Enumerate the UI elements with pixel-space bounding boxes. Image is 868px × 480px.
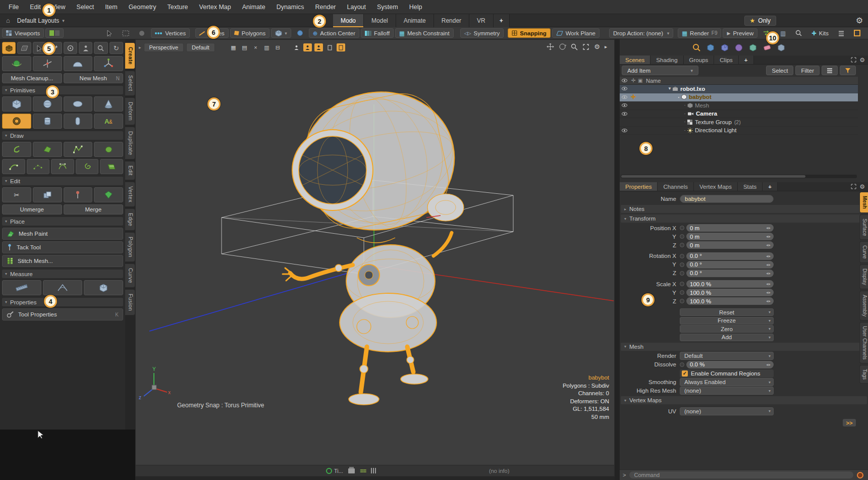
dissolve-field[interactable]: 0.0 %◂▸: [686, 361, 774, 368]
copy-tool-button[interactable]: [33, 187, 62, 202]
menu-select[interactable]: Select: [71, 4, 100, 11]
tree-row-texture-group[interactable]: · Texture Group (2): [620, 118, 858, 127]
show-selected-icon[interactable]: [303, 43, 312, 51]
tree-row-camera[interactable]: · Camera: [620, 110, 858, 119]
mesh-constraint-button[interactable]: ▦ Mesh Constraint: [395, 28, 454, 38]
mesh-cleanup-button[interactable]: Mesh Cleanup...: [2, 73, 62, 83]
expand-panel-icon[interactable]: [851, 57, 856, 63]
tree-row-directional-light[interactable]: · Directional Light: [620, 127, 858, 135]
panel-divider[interactable]: [615, 39, 620, 480]
angle-tool-button[interactable]: [43, 280, 82, 295]
tack-pin-tool-button[interactable]: [64, 187, 93, 202]
edit-section-header[interactable]: ▾Edit: [2, 177, 123, 185]
primitive-tool-active-button[interactable]: [2, 42, 16, 54]
lasso-select-tool[interactable]: [118, 28, 133, 38]
tab-assembly-vertical[interactable]: Assembly: [859, 291, 868, 321]
patch-curve-tool-button[interactable]: [100, 159, 123, 174]
env-preset-icon[interactable]: [748, 43, 757, 52]
dimension-tool-button[interactable]: [84, 280, 123, 295]
tab-edit[interactable]: Edit: [125, 161, 135, 180]
zoom-icon[interactable]: [571, 43, 578, 50]
add-properties-tab-button[interactable]: +: [763, 182, 778, 191]
preview-button[interactable]: ▶ Preview: [723, 28, 757, 38]
polyline-tool-button[interactable]: [64, 142, 93, 157]
tab-user-channels-vertical[interactable]: User Channels: [859, 322, 868, 363]
sphere-primitive-button[interactable]: [33, 96, 62, 112]
macro-record-icon[interactable]: [857, 472, 863, 478]
menu-system[interactable]: System: [371, 4, 404, 11]
draw-section-header[interactable]: ▾Draw: [2, 131, 123, 140]
ellipsoid-primitive-button[interactable]: [64, 96, 93, 112]
tab-display-vertical[interactable]: Display: [859, 264, 868, 289]
tab-create[interactable]: Create: [125, 42, 135, 69]
uv-dropdown[interactable]: (none)▾: [680, 407, 774, 415]
action-center-button[interactable]: ⊕ Action Center: [309, 28, 359, 38]
tab-channels[interactable]: Channels: [658, 182, 694, 191]
tab-curve-vertical[interactable]: Curve: [859, 241, 868, 263]
position-z-field[interactable]: 0 m◂▸: [686, 241, 774, 249]
tab-tags-vertical[interactable]: Tags: [859, 365, 868, 384]
channel-knob[interactable]: [680, 226, 684, 230]
rotation-y-field[interactable]: 0.0 °◂▸: [686, 261, 774, 269]
curve-tool-button[interactable]: [2, 159, 25, 174]
tree-row-mesh[interactable]: · Mesh: [620, 101, 858, 110]
channel-knob[interactable]: [680, 290, 684, 295]
maximize-icon[interactable]: [582, 43, 589, 50]
tab-shading[interactable]: Shading: [650, 56, 683, 64]
workplane-tool-button[interactable]: [17, 42, 31, 54]
falloff-button[interactable]: Falloff: [361, 28, 394, 38]
enable-command-regions-row[interactable]: ✓ Enable Command Regions: [680, 369, 774, 378]
list-filter-funnel-button[interactable]: [840, 66, 856, 75]
new-mesh-button[interactable]: New MeshN: [64, 73, 124, 83]
menu-animate[interactable]: Animate: [237, 4, 271, 11]
zero-button[interactable]: Zero▾: [680, 325, 774, 333]
tab-groups[interactable]: Groups: [684, 56, 715, 64]
scale-z-field[interactable]: 100.0 %◂▸: [686, 297, 774, 305]
only-button[interactable]: ★ Only: [744, 16, 776, 26]
menu-dynamics[interactable]: Dynamics: [271, 4, 310, 11]
rotation-x-field[interactable]: 0.0 °◂▸: [686, 252, 774, 260]
workplane-overlay-icon[interactable]: ⊟: [274, 44, 282, 51]
snapping-button[interactable]: Snapping: [508, 28, 550, 38]
visibility-eye-icon[interactable]: [622, 129, 627, 132]
tab-scenes[interactable]: Scenes: [620, 56, 650, 64]
item-preset-icon[interactable]: [720, 43, 729, 52]
notes-section-header[interactable]: ▸Notes: [621, 205, 867, 213]
tack-tool-button[interactable]: Tack Tool: [2, 241, 123, 253]
checkbox-checked-icon[interactable]: ✓: [682, 370, 688, 377]
close-overlay-icon[interactable]: ×: [251, 44, 260, 50]
ghost-mode-icon[interactable]: [292, 43, 301, 51]
tab-properties[interactable]: Properties: [620, 182, 658, 191]
symmetry-button[interactable]: ◁▷ Symmetry: [460, 28, 504, 38]
tree-row-babybot[interactable]: ✛ • babybot: [620, 93, 858, 102]
tool-properties-button[interactable]: Tool Properties K: [2, 308, 123, 321]
visibility-eye-icon[interactable]: [622, 95, 627, 99]
merge-button[interactable]: Merge: [64, 204, 124, 215]
show-instances-icon[interactable]: [337, 43, 345, 51]
dome-tool-button[interactable]: [64, 56, 93, 71]
shading-dropdown[interactable]: Default: [186, 43, 215, 52]
vertices-mode-button[interactable]: Vertices: [151, 28, 190, 38]
spiral-tool-button[interactable]: [76, 159, 99, 174]
vertex-maps-section-header[interactable]: ▾Vertex Maps: [621, 396, 867, 404]
menu-help[interactable]: Help: [404, 4, 428, 11]
tab-modo[interactable]: Modo: [333, 14, 364, 27]
viewport-menu-arrow[interactable]: ▸: [605, 44, 607, 49]
viewport-expand-arrow[interactable]: ▸: [139, 45, 141, 50]
position-y-field[interactable]: 0 m◂▸: [686, 233, 774, 240]
render-dropdown[interactable]: Default▾: [680, 352, 774, 360]
show-meshes-icon[interactable]: [326, 43, 334, 51]
gem-edit-tool-button[interactable]: [94, 187, 123, 202]
menu-geometry[interactable]: Geometry: [123, 4, 162, 11]
move-axis-tool-button[interactable]: [33, 56, 62, 71]
visibility-eye-icon[interactable]: [622, 87, 627, 90]
tab-polygon[interactable]: Polygon: [125, 232, 135, 262]
select-button[interactable]: Select: [766, 66, 793, 75]
axis-jack-tool-button[interactable]: [94, 56, 123, 71]
menu-file[interactable]: File: [3, 4, 24, 11]
tab-mesh-vertical[interactable]: Mesh: [859, 192, 868, 213]
mesh-section-header[interactable]: ▾Mesh: [621, 343, 867, 351]
tab-model[interactable]: Model: [364, 14, 396, 27]
paint-select-tool[interactable]: [135, 28, 149, 38]
sketch-tool-button[interactable]: [94, 142, 123, 157]
